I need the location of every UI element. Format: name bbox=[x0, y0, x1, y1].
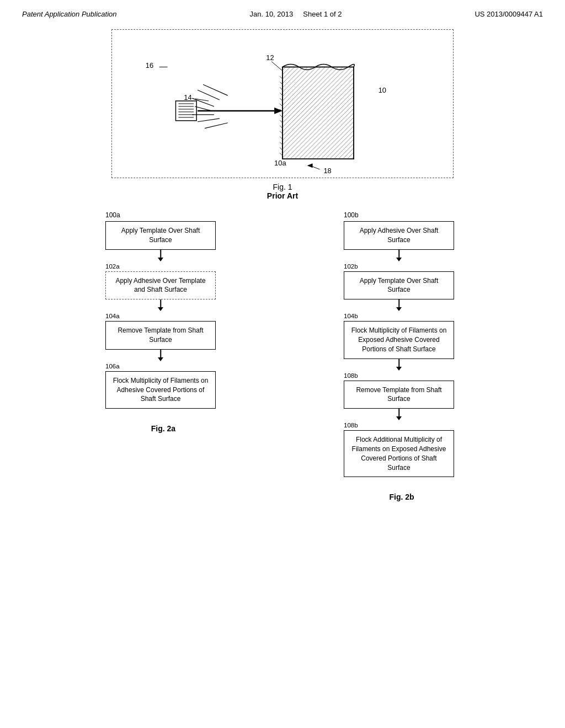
header-left: Patent Application Publication bbox=[22, 10, 117, 18]
fig2a-step2-wrapper: 102a Apply Adhesive Over Template and Sh… bbox=[105, 263, 221, 300]
fig2b-flow-label: 100b bbox=[344, 211, 460, 219]
svg-rect-10 bbox=[282, 67, 354, 159]
fig2a-caption-text: Fig. 2a bbox=[108, 424, 218, 433]
pub-date: Jan. 10, 2013 bbox=[249, 10, 293, 18]
fig2a-flow-label: 100a bbox=[105, 211, 221, 219]
fig2a-step3-wrapper: 104a Remove Template from Shaft Surface bbox=[105, 313, 221, 350]
fig2b-arrow1 bbox=[344, 250, 454, 263]
label-10: 10 bbox=[379, 86, 386, 94]
fig2a-caption: Fig. 2a bbox=[108, 416, 218, 433]
fig2b-flowchart: 100b Apply Adhesive Over Shaft Surface 1… bbox=[344, 211, 460, 501]
fig2b-step5-text: Flock Additional Multiplicity of Filamen… bbox=[350, 435, 448, 472]
fig2b-step3-wrapper: 104b Flock Multiplicity of Filaments on … bbox=[344, 313, 460, 358]
svg-marker-4 bbox=[307, 163, 313, 168]
fig2a-step1-wrapper: Apply Template Over Shaft Surface bbox=[105, 221, 221, 250]
fig2b-step1-box: Apply Adhesive Over Shaft Surface bbox=[344, 221, 454, 250]
fig2b-caption-text: Fig. 2b bbox=[347, 493, 457, 501]
fig2b-arrow2 bbox=[344, 299, 454, 313]
label-18: 18 bbox=[323, 167, 331, 175]
fig2a-step1-box: Apply Template Over Shaft Surface bbox=[105, 221, 216, 250]
svg-line-30 bbox=[192, 98, 214, 106]
fig2a-step2-text: Apply Adhesive Over Template and Shaft S… bbox=[111, 276, 210, 295]
fig2a-step3-box: Remove Template from Shaft Surface bbox=[105, 321, 216, 350]
fig2a-flow-wrapper: 100a Apply Template Over Shaft Surface 1… bbox=[105, 211, 221, 409]
fig1-diagram-border: 16 12 14 10 10a 18 bbox=[111, 29, 454, 178]
fig2a-arrow1 bbox=[105, 250, 216, 263]
fig2b-step3-text: Flock Multiplicity of Filaments on Expos… bbox=[350, 326, 448, 354]
patent-number: US 2013/0009447 A1 bbox=[475, 10, 543, 18]
label-10a: 10a bbox=[274, 159, 286, 167]
fig2b-step5-box: Flock Additional Multiplicity of Filamen… bbox=[344, 430, 454, 477]
fig2a-step4-text: Flock Multiplicity of Filaments on Adhes… bbox=[111, 376, 210, 404]
fig2b-step2-box: Apply Template Over Shaft Surface bbox=[344, 271, 454, 300]
page-header: Patent Application Publication Jan. 10, … bbox=[0, 0, 565, 24]
fig1-svg: 16 12 14 10 10a 18 bbox=[112, 30, 453, 178]
fig2a-arrow2 bbox=[105, 299, 216, 313]
header-center: Jan. 10, 2013 Sheet 1 of 2 bbox=[249, 10, 342, 18]
label-16: 16 bbox=[146, 61, 153, 69]
fig2a-step3-text: Remove Template from Shaft Surface bbox=[111, 326, 210, 345]
fig2a-step3-label: 104a bbox=[105, 313, 120, 319]
fig1-caption-line1: Fig. 1 bbox=[267, 183, 298, 191]
fig2a-step4-wrapper: 106a Flock Multiplicity of Filaments on … bbox=[105, 363, 221, 409]
fig2b-step4-text: Remove Template from Shaft Surface bbox=[350, 386, 448, 404]
fig1-caption: Fig. 1 Prior Art bbox=[267, 183, 298, 200]
svg-line-33 bbox=[198, 119, 220, 122]
fig2a-step2-label: 102a bbox=[105, 263, 120, 270]
fig2b-step1-wrapper: Apply Adhesive Over Shaft Surface bbox=[344, 221, 460, 250]
fig2a-arrow3 bbox=[105, 350, 216, 363]
svg-line-29 bbox=[198, 90, 220, 100]
fig2b-step4-wrapper: 108b Remove Template from Shaft Surface bbox=[344, 372, 460, 409]
fig2b-arrow3 bbox=[344, 359, 454, 372]
fig2a-step4-label: 106a bbox=[105, 363, 120, 370]
fig2b-flow-wrapper: 100b Apply Adhesive Over Shaft Surface 1… bbox=[344, 211, 460, 477]
main-content: 16 12 14 10 10a 18 bbox=[0, 24, 565, 518]
sheet-info: Sheet 1 of 2 bbox=[303, 10, 342, 18]
fig1-caption-line2: Prior Art bbox=[267, 191, 298, 200]
fig2a-flowchart: 100a Apply Template Over Shaft Surface 1… bbox=[105, 211, 221, 501]
fig2b-step2-text: Apply Template Over Shaft Surface bbox=[350, 276, 448, 295]
fig2a-step1-text: Apply Template Over Shaft Surface bbox=[111, 226, 210, 245]
flowcharts-container: 100a Apply Template Over Shaft Surface 1… bbox=[33, 211, 532, 501]
svg-marker-27 bbox=[274, 108, 282, 114]
label-12: 12 bbox=[266, 53, 274, 62]
fig2b-step4-label: 108b bbox=[344, 372, 358, 379]
fig2b-step1-text: Apply Adhesive Over Shaft Surface bbox=[350, 226, 448, 245]
fig2b-step4-box: Remove Template from Shaft Surface bbox=[344, 381, 454, 409]
fig2b-step3-label: 104b bbox=[344, 313, 358, 319]
svg-line-1 bbox=[271, 62, 282, 71]
publication-label: Patent Application Publication bbox=[22, 10, 117, 18]
fig1-container: 16 12 14 10 10a 18 bbox=[33, 29, 532, 200]
fig2b-caption: Fig. 2b bbox=[347, 485, 457, 501]
header-right: US 2013/0009447 A1 bbox=[475, 10, 543, 18]
fig2b-step3-box: Flock Multiplicity of Filaments on Expos… bbox=[344, 321, 454, 358]
fig2b-arrow4 bbox=[344, 409, 454, 422]
fig2b-step5-label: 108b bbox=[344, 422, 358, 429]
svg-line-34 bbox=[205, 123, 228, 129]
label-14: 14 bbox=[184, 93, 191, 101]
fig2b-step5-wrapper: 108b Flock Additional Multiplicity of Fi… bbox=[344, 422, 460, 477]
fig2a-step4-box: Flock Multiplicity of Filaments on Adhes… bbox=[105, 371, 216, 409]
fig2b-step2-label: 102b bbox=[344, 263, 358, 270]
projected-filaments bbox=[192, 84, 228, 128]
fig2a-step2-box: Apply Adhesive Over Template and Shaft S… bbox=[105, 271, 216, 300]
fig2b-step2-wrapper: 102b Apply Template Over Shaft Surface bbox=[344, 263, 460, 300]
